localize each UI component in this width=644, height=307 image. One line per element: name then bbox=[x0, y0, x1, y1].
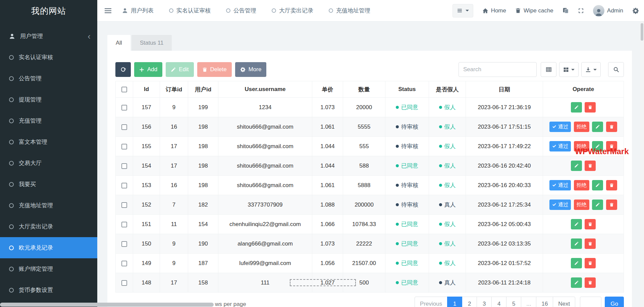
page-button[interactable]: 5 bbox=[506, 297, 521, 307]
vertical-scrollbar[interactable] bbox=[640, 21, 644, 307]
sidebar-item[interactable]: 交易大厅 bbox=[0, 152, 97, 174]
sidebar-item[interactable]: 我要买 bbox=[0, 174, 97, 195]
column-header: 数量 bbox=[343, 81, 385, 98]
reject-button[interactable]: 拒绝 bbox=[574, 180, 589, 190]
select-all-checkbox[interactable] bbox=[121, 87, 127, 92]
delete-row-button[interactable] bbox=[585, 277, 596, 288]
cell-price: 1.073 bbox=[312, 98, 343, 117]
approve-button[interactable]: 通过 bbox=[549, 180, 571, 190]
cell-amount: 555 bbox=[343, 137, 385, 156]
edit-button[interactable]: Edit bbox=[166, 62, 194, 77]
add-button[interactable]: Add bbox=[134, 62, 162, 77]
edit-row-button[interactable] bbox=[571, 161, 582, 171]
panel-tab[interactable]: All bbox=[107, 35, 130, 51]
row-checkbox[interactable] bbox=[121, 163, 127, 169]
reject-button[interactable]: 拒绝 bbox=[574, 200, 589, 210]
tab-list-dropdown-button[interactable] bbox=[452, 4, 473, 17]
sidebar-item[interactable]: 大厅卖出记录 bbox=[0, 216, 97, 237]
page-button[interactable]: 1 bbox=[447, 297, 462, 307]
delete-row-button[interactable] bbox=[606, 122, 617, 132]
topnav-tab[interactable]: 实名认证审核 bbox=[169, 7, 211, 14]
approve-button[interactable]: 通过 bbox=[549, 141, 571, 151]
page-button[interactable]: 3 bbox=[477, 297, 492, 307]
sidebar-item[interactable]: 实名认证审核 bbox=[0, 47, 97, 68]
row-checkbox[interactable] bbox=[121, 222, 127, 227]
row-checkbox[interactable] bbox=[121, 241, 127, 247]
page-button[interactable]: 16 bbox=[536, 297, 553, 307]
edit-row-button[interactable] bbox=[592, 122, 603, 132]
edit-row-button[interactable] bbox=[592, 180, 603, 190]
sidebar-item[interactable]: 货币参数设置 bbox=[0, 279, 97, 301]
topnav-tab[interactable]: 充值地址管理 bbox=[329, 7, 370, 14]
table-row: 148 17 158 111 1.027 500 已同意 真人 bbox=[116, 273, 624, 293]
wipe-cache-link[interactable]: Wipe cache bbox=[515, 7, 553, 14]
edit-row-button[interactable] bbox=[571, 219, 582, 229]
sidebar-item[interactable]: 提现管理 bbox=[0, 89, 97, 110]
edit-row-button[interactable] bbox=[571, 277, 582, 288]
admin-menu[interactable]: Admin bbox=[593, 5, 623, 16]
go-button[interactable]: Go bbox=[605, 297, 624, 307]
fullscreen-button[interactable] bbox=[578, 8, 584, 14]
export-dropdown-button[interactable] bbox=[581, 62, 601, 77]
delete-row-button[interactable] bbox=[585, 258, 596, 268]
row-checkbox[interactable] bbox=[121, 202, 127, 208]
sidebar-toggle-button[interactable] bbox=[97, 0, 119, 21]
row-checkbox[interactable] bbox=[121, 183, 127, 188]
sidebar-item[interactable]: 用户管理 ‹ bbox=[0, 26, 97, 47]
sidebar-item[interactable]: 充值管理 bbox=[0, 110, 97, 131]
cell-price: 1.073 bbox=[312, 234, 343, 254]
previous-page-button[interactable]: Previous bbox=[415, 297, 447, 307]
delete-row-button[interactable] bbox=[585, 219, 596, 229]
topnav-tab[interactable]: 用户列表 bbox=[122, 7, 154, 14]
columns-dropdown-button[interactable] bbox=[559, 62, 579, 77]
edit-row-button[interactable] bbox=[571, 258, 582, 268]
sidebar-item[interactable]: 充值地址管理 bbox=[0, 195, 97, 216]
edit-row-button[interactable] bbox=[571, 102, 582, 113]
search-toggle-button[interactable] bbox=[608, 62, 624, 77]
page-jump-input[interactable] bbox=[580, 297, 601, 307]
row-checkbox[interactable] bbox=[121, 261, 127, 266]
topnav-tab[interactable]: 公告管理 bbox=[226, 7, 256, 14]
page-button[interactable]: 2 bbox=[462, 297, 477, 307]
edit-row-button[interactable] bbox=[592, 200, 603, 210]
circle-icon bbox=[169, 8, 173, 13]
refresh-button[interactable] bbox=[115, 62, 131, 77]
status-label: 已同意 bbox=[401, 220, 418, 228]
edit-row-button[interactable] bbox=[571, 238, 582, 249]
sidebar-item[interactable]: 账户绑定管理 bbox=[0, 258, 97, 279]
approve-button[interactable]: 通过 bbox=[549, 200, 571, 210]
reject-button[interactable]: 拒绝 bbox=[574, 122, 589, 132]
row-checkbox[interactable] bbox=[121, 280, 127, 286]
search-input[interactable] bbox=[459, 62, 537, 77]
next-page-button[interactable]: Next bbox=[553, 297, 575, 307]
row-checkbox[interactable] bbox=[121, 144, 127, 149]
vertical-scrollbar-thumb[interactable] bbox=[641, 23, 643, 41]
delete-button[interactable]: Delete bbox=[197, 62, 232, 77]
delete-row-button[interactable] bbox=[585, 238, 596, 249]
table-row: 153 16 198 shitou666@gmail.com 1.061 588… bbox=[116, 176, 624, 195]
sidebar-item[interactable]: 欧元承兑记录 bbox=[0, 237, 97, 258]
row-checkbox[interactable] bbox=[121, 105, 127, 111]
sidebar-item[interactable]: 公告管理 bbox=[0, 68, 97, 89]
delete-row-button[interactable] bbox=[606, 200, 617, 210]
toggle-view-button[interactable] bbox=[541, 62, 556, 77]
settings-button[interactable] bbox=[632, 7, 639, 14]
cell-user-id: 187 bbox=[188, 254, 218, 273]
home-link[interactable]: Home bbox=[482, 7, 506, 14]
topnav-tab[interactable]: 大厅卖出记录 bbox=[272, 7, 313, 14]
cell-operate bbox=[543, 215, 624, 234]
horizontal-scrollbar-thumb[interactable] bbox=[0, 303, 214, 307]
delete-button-label: Delete bbox=[210, 66, 227, 73]
more-button[interactable]: More bbox=[235, 62, 267, 77]
sidebar-item[interactable]: 富文本管理 bbox=[0, 131, 97, 152]
approve-button[interactable]: 通过 bbox=[549, 122, 571, 132]
cell-status: 已同意 bbox=[385, 156, 429, 176]
language-button[interactable] bbox=[562, 7, 569, 14]
page-button[interactable]: ... bbox=[521, 297, 536, 307]
page-button[interactable]: 4 bbox=[491, 297, 506, 307]
delete-row-button[interactable] bbox=[585, 102, 596, 113]
row-checkbox[interactable] bbox=[121, 124, 127, 130]
delete-row-button[interactable] bbox=[585, 161, 596, 171]
delete-row-button[interactable] bbox=[606, 180, 617, 190]
panel-tab[interactable]: Status 11 bbox=[131, 35, 172, 51]
